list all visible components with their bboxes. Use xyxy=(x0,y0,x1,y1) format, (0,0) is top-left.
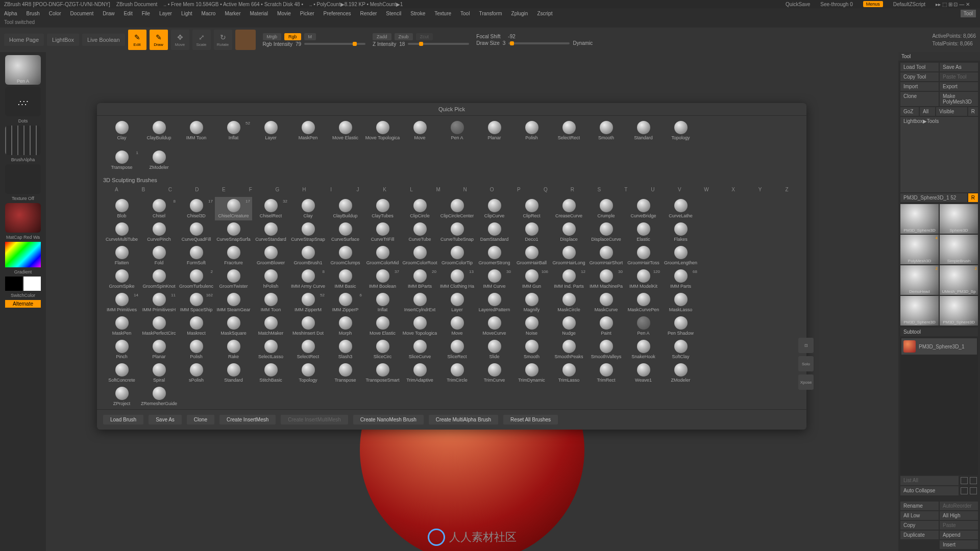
default-zscript[interactable]: DefaultZScript xyxy=(893,2,925,7)
brush-imm-parts[interactable]: IMM Parts68 xyxy=(662,267,699,291)
brush-clay[interactable]: Clay xyxy=(289,197,327,220)
alpha-filter-s[interactable]: S xyxy=(586,185,613,194)
brush-meshinsert-dot[interactable]: MeshInsert Dot xyxy=(289,314,327,338)
menu-transform[interactable]: Transform xyxy=(479,11,502,16)
list-all-button[interactable]: List All xyxy=(900,476,959,485)
brush-zremesherguide[interactable]: ZRemesherGuide xyxy=(140,385,178,408)
alpha-filter-a[interactable]: A xyxy=(103,185,130,194)
menu-document[interactable]: Document xyxy=(70,11,94,16)
brush-nudge[interactable]: Nudge xyxy=(550,314,587,338)
alpha-filter-n[interactable]: N xyxy=(452,185,479,194)
insert-button[interactable]: Insert xyxy=(940,540,978,549)
brush-clipcircle[interactable]: ClipCircle xyxy=(401,197,438,220)
create-insertmultimesh-button[interactable]: Create InsertMultiMesh xyxy=(281,415,348,424)
menu-light[interactable]: Light xyxy=(181,11,192,16)
tool-thumb-pm3d_sphere3d[interactable]: PM3D_Sphere3D xyxy=(900,204,939,234)
brush-maskcurve[interactable]: MaskCurve xyxy=(587,291,625,314)
brush-noise[interactable]: Noise xyxy=(513,314,550,338)
brush-imm-primitives[interactable]: IMM Primitives14 xyxy=(103,291,140,314)
duplicate-button[interactable]: Duplicate xyxy=(900,531,939,539)
brush-curvestrapsnap[interactable]: CurveStrapSnap xyxy=(289,220,327,244)
brush-inflat[interactable]: Inflat52 xyxy=(215,119,252,142)
menu-texture[interactable]: Texture xyxy=(434,11,451,16)
brush-clipcirclecenter[interactable]: ClipCircleCenter xyxy=(438,197,476,220)
brush-curvelathe[interactable]: CurveLathe xyxy=(662,197,699,220)
alpha-filter-i[interactable]: I xyxy=(317,185,345,194)
brush-spiral[interactable]: Spiral xyxy=(140,361,178,385)
alpha-filter-q[interactable]: Q xyxy=(532,185,559,194)
brush-layer[interactable]: Layer xyxy=(438,291,476,314)
brush-pen-shadow[interactable]: Pen Shadow xyxy=(662,314,699,338)
brush-imm-steamgear[interactable]: IMM SteamGear xyxy=(215,291,252,314)
auto-collapse-button[interactable]: Auto Collapse xyxy=(900,486,959,495)
brush-slicecurve[interactable]: SliceCurve xyxy=(401,338,438,361)
brush-slash3[interactable]: Slash3 xyxy=(327,338,364,361)
draw-mode-button[interactable]: ✎Draw xyxy=(150,30,168,50)
brush-groomspinknot[interactable]: GroomSpinKnot xyxy=(140,267,178,291)
brush-creasecurve[interactable]: CreaseCurve xyxy=(550,197,587,220)
brush-fold[interactable]: Fold xyxy=(140,244,178,267)
brush-maskpen[interactable]: MaskPen xyxy=(103,314,140,338)
brush-trimadaptive[interactable]: TrimAdaptive xyxy=(401,361,438,385)
brush-claybuildup[interactable]: ClayBuildup xyxy=(140,119,178,142)
live-boolean-button[interactable]: Live Boolean xyxy=(82,34,125,46)
brush-imm-spaceship[interactable]: IMM SpaceShip162 xyxy=(178,291,215,314)
brush-standard[interactable]: Standard xyxy=(215,361,252,385)
alpha-filter-o[interactable]: O xyxy=(478,185,505,194)
menu-layer[interactable]: Layer xyxy=(159,11,172,16)
brush-imm-zipperm[interactable]: IMM ZipperM52 xyxy=(289,291,327,314)
brush-imm-basic[interactable]: IMM Basic xyxy=(327,267,364,291)
brush-weave1[interactable]: Weave1 xyxy=(625,361,662,385)
alpha-filter-f[interactable]: F xyxy=(237,185,264,194)
brush-masklasso[interactable]: MaskLasso xyxy=(662,291,699,314)
goz-visible-button[interactable]: Visible xyxy=(936,107,967,116)
brush-trimcurve[interactable]: TrimCurve xyxy=(476,361,513,385)
tool-menu[interactable]: Tool xyxy=(961,10,976,17)
brush-selector[interactable]: Pen A xyxy=(5,55,41,85)
down-icon[interactable] xyxy=(970,477,977,484)
brush-move[interactable]: Move xyxy=(401,119,438,142)
brush-move-elastic[interactable]: Move Elastic xyxy=(327,119,364,142)
brush-pen-a[interactable]: Pen A xyxy=(438,119,476,142)
brush-pinch[interactable]: Pinch xyxy=(103,338,140,361)
brush-groomcolorroot[interactable]: GroomColorRoot xyxy=(401,244,438,267)
brush-chisel[interactable]: Chisel8 xyxy=(140,197,178,220)
brush-maskcurvepen[interactable]: MaskCurvePen xyxy=(625,291,662,314)
brush-imm-toon[interactable]: IMM Toon xyxy=(252,291,289,314)
brush-claybuildup[interactable]: ClayBuildup xyxy=(327,197,364,220)
brush-selectrect[interactable]: SelectRect xyxy=(550,119,587,142)
brush-slicerect[interactable]: SliceRect xyxy=(438,338,476,361)
stroke-selector[interactable]: ∴∵ xyxy=(5,87,41,116)
alpha-filter-t[interactable]: T xyxy=(612,185,640,194)
edit-mode-button[interactable]: ✎Edit xyxy=(128,30,146,50)
brush-groomhairtoss[interactable]: GroomHairToss xyxy=(625,244,662,267)
brush-layer[interactable]: Layer xyxy=(252,119,289,142)
brush-curvemultitube[interactable]: CurveMultiTube xyxy=(103,220,140,244)
frame-button[interactable]: ⊡ xyxy=(798,338,814,353)
brush-imm-modelkit[interactable]: IMM ModelKit120 xyxy=(625,267,662,291)
brush-spolish[interactable]: sPolish xyxy=(178,361,215,385)
menu-movie[interactable]: Movie xyxy=(277,11,291,16)
brush-smoothpeaks[interactable]: SmoothPeaks xyxy=(550,338,587,361)
brush-groomspike[interactable]: GroomSpike xyxy=(103,267,140,291)
alpha-filter-l[interactable]: L xyxy=(398,185,425,194)
lightbox-button[interactable]: LightBox xyxy=(47,34,79,46)
rotate-mode-button[interactable]: ↻Rotate xyxy=(214,30,232,50)
alpha-filter-w[interactable]: W xyxy=(693,185,720,194)
brush-imm-boolean[interactable]: IMM Boolean37 xyxy=(364,267,401,291)
brush-insertcylndrext[interactable]: InsertCylndrExt xyxy=(401,291,438,314)
brush-imm-bparts[interactable]: IMM BParts20 xyxy=(401,267,438,291)
brush-thumbnail[interactable] xyxy=(235,30,256,50)
menu-macro[interactable]: Macro xyxy=(202,11,216,16)
brush-smoothvalleys[interactable]: SmoothValleys xyxy=(587,338,625,361)
brush-move[interactable]: Move xyxy=(438,314,476,338)
draw-size-slider[interactable] xyxy=(508,42,570,44)
brush-trimcircle[interactable]: TrimCircle xyxy=(438,361,476,385)
seethrough-slider[interactable]: See-through 0 xyxy=(820,2,852,7)
append-button[interactable]: Append xyxy=(940,531,978,539)
autoreorder-button[interactable]: AutoReorder xyxy=(940,502,978,510)
brush-imm-gun[interactable]: IMM Gun106 xyxy=(513,267,550,291)
brush-curvebridge[interactable]: CurveBridge xyxy=(625,197,662,220)
brush-smooth[interactable]: Smooth xyxy=(513,338,550,361)
alpha-filter-d[interactable]: D xyxy=(184,185,211,194)
